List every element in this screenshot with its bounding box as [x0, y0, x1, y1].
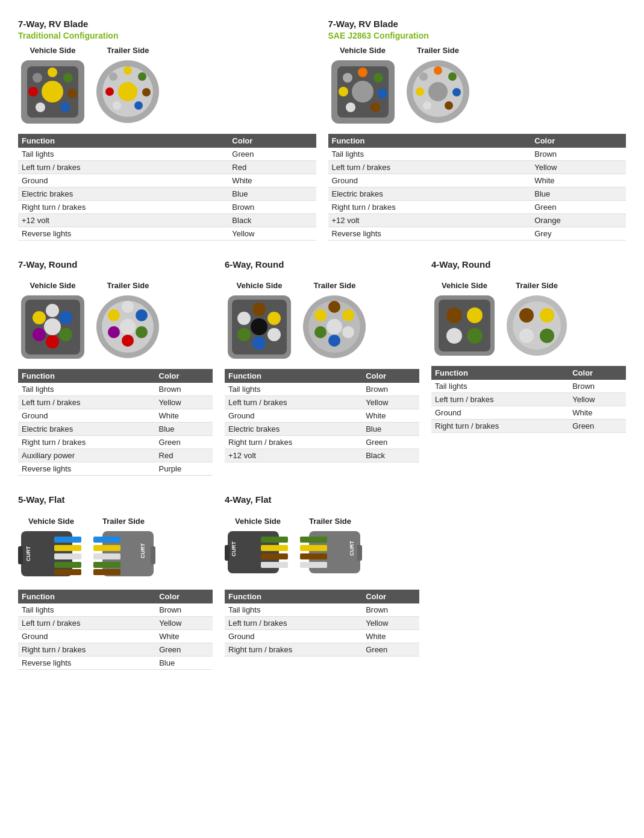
svg-rect-93	[54, 569, 81, 575]
trailer-side-flat5: Trailer Side CURT	[90, 517, 157, 582]
trailer-label-flat5: Trailer Side	[102, 517, 145, 526]
svg-rect-77	[439, 300, 490, 351]
trailer-label-blade7-trad: Trailer Side	[107, 46, 149, 55]
vehicle-label-flat4: Vehicle Side	[235, 517, 281, 526]
col-function-flat4: Function	[225, 590, 362, 603]
section-flat5: 5-Way, Flat Vehicle Side CURT	[12, 488, 219, 682]
svg-rect-107	[261, 553, 288, 559]
table-row: GroundWhite	[225, 629, 419, 643]
connector-row-blade7-trad: Vehicle Side	[18, 46, 316, 127]
connector-svg-round6-trailer	[300, 292, 369, 362]
col-function-round7: Function	[18, 369, 155, 383]
connector-svg-round4-vehicle	[431, 292, 498, 359]
trailer-side-blade7-sae: Trailer Side	[404, 46, 473, 127]
svg-point-32	[428, 82, 448, 101]
col-color-round4: Color	[569, 366, 626, 380]
svg-rect-90	[54, 545, 81, 551]
svg-point-16	[134, 101, 143, 110]
table-row: +12 voltOrange	[328, 213, 627, 227]
section-blade7-trad: 7-Way, RV Blade Traditional Configuratio…	[12, 12, 322, 253]
svg-point-51	[120, 319, 136, 335]
connector-row-flat4: Vehicle Side CURT Trailer Side	[225, 517, 419, 582]
svg-point-56	[108, 326, 120, 338]
table-flat5: Function Color Tail lightsBrown Left tur…	[18, 590, 213, 670]
svg-rect-100	[93, 562, 120, 568]
svg-point-46	[46, 335, 59, 348]
svg-rect-89	[54, 537, 81, 543]
svg-point-63	[267, 328, 281, 341]
vehicle-side-flat5: Vehicle Side CURT	[18, 517, 84, 582]
connector-svg-flat5-vehicle: CURT	[18, 528, 84, 582]
vehicle-side-blade7-trad: Vehicle Side	[18, 46, 87, 127]
svg-point-73	[328, 335, 340, 347]
svg-rect-115	[300, 562, 327, 568]
connector-row-blade7-sae: Vehicle Side Trailer Side	[328, 46, 627, 127]
svg-rect-110	[225, 545, 230, 561]
section-title-round6: 6-Way, Round	[225, 259, 419, 271]
vehicle-label-flat5: Vehicle Side	[28, 517, 74, 526]
col-function-round4: Function	[431, 366, 569, 380]
svg-point-6	[60, 102, 70, 112]
vehicle-side-round7: Vehicle Side	[18, 281, 87, 362]
vehicle-side-round4: Vehicle Side	[431, 281, 498, 359]
table-row: Electric brakesBlue	[328, 187, 627, 200]
table-row: Left turn / brakesRed	[18, 160, 316, 174]
section-empty	[425, 488, 632, 682]
svg-rect-97	[93, 537, 120, 543]
svg-point-87	[540, 329, 554, 343]
table-row: Auxiliary powerRed	[18, 449, 213, 462]
svg-rect-101	[93, 569, 120, 575]
svg-point-5	[67, 89, 77, 98]
svg-point-39	[419, 72, 428, 81]
svg-point-52	[122, 301, 134, 313]
table-row: Right turn / brakesGreen	[431, 420, 626, 433]
col-function-blade7-sae: Function	[328, 134, 531, 148]
svg-rect-103	[151, 546, 155, 564]
connector-row-flat5: Vehicle Side CURT Trai	[18, 517, 213, 582]
connector-row-round6: Vehicle Side Trailer Side	[225, 281, 419, 362]
table-row: Left turn / brakesYellow	[225, 396, 419, 409]
col-color-flat4: Color	[362, 590, 419, 603]
svg-point-48	[33, 311, 46, 324]
col-color-round7: Color	[155, 369, 213, 383]
col-color-blade7-trad: Color	[228, 134, 316, 148]
svg-rect-106	[261, 545, 288, 551]
table-row: Left turn / brakesYellow	[225, 616, 419, 629]
svg-point-78	[446, 307, 462, 323]
svg-rect-105	[261, 537, 288, 543]
svg-rect-117	[357, 545, 362, 561]
trailer-label-round4: Trailer Side	[516, 281, 558, 290]
svg-point-79	[467, 307, 483, 323]
svg-point-36	[445, 101, 453, 110]
table-row: Electric brakesBlue	[18, 187, 316, 200]
table-row: GroundWhite	[328, 174, 627, 187]
svg-point-29	[343, 73, 352, 83]
col-function-blade7-trad: Function	[18, 134, 228, 148]
svg-rect-98	[93, 545, 120, 551]
svg-point-71	[342, 309, 354, 321]
svg-point-57	[108, 309, 120, 321]
svg-text:CURT: CURT	[231, 541, 237, 556]
svg-point-83	[513, 301, 561, 350]
table-row: GroundWhite	[18, 174, 316, 187]
svg-text:CURT: CURT	[140, 543, 146, 558]
section-title-blade7-sae: 7-Way, RV Blade	[328, 18, 627, 30]
svg-point-43	[46, 304, 59, 317]
svg-rect-108	[261, 562, 288, 568]
svg-rect-99	[93, 553, 120, 559]
table-row: Right turn / brakesGreen	[225, 643, 419, 656]
table-blade7-trad: Function Color Tail lightsGreen Left tur…	[18, 134, 316, 241]
vehicle-label-blade7-sae: Vehicle Side	[340, 46, 386, 55]
connector-svg-blade7-sae-trailer	[404, 57, 473, 127]
svg-point-66	[237, 312, 251, 325]
section-title-flat5: 5-Way, Flat	[18, 494, 213, 506]
table-row: +12 voltBlack	[18, 213, 316, 227]
col-color-blade7-sae: Color	[531, 134, 626, 148]
table-row: Electric brakesBlue	[225, 423, 419, 436]
svg-point-64	[252, 336, 266, 350]
trailer-label-round6: Trailer Side	[313, 281, 355, 290]
table-row: +12 voltBlack	[225, 449, 419, 462]
section-title-blade7-trad: 7-Way, RV Blade	[18, 18, 316, 30]
col-function-flat5: Function	[18, 590, 155, 603]
svg-point-18	[105, 87, 114, 96]
